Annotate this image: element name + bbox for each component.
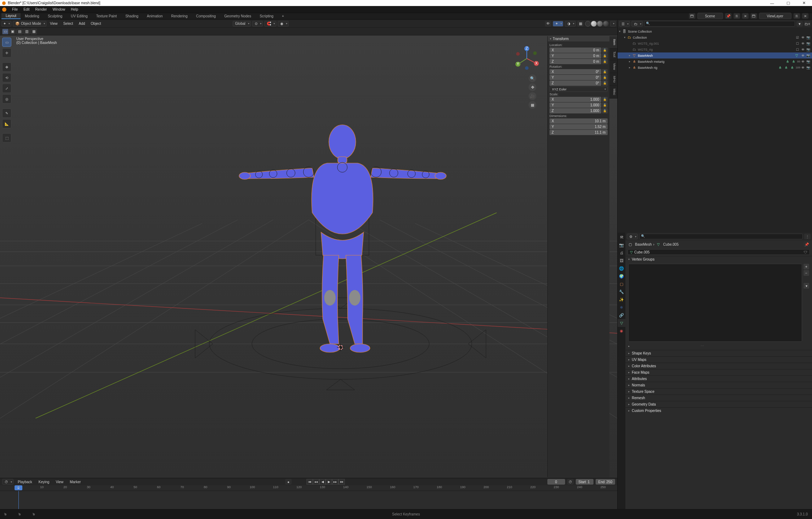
lock-icon[interactable]: 🔓	[602, 75, 608, 80]
pivot-dropdown[interactable]: ⊙	[252, 21, 263, 27]
visibility-toggle[interactable]: 👁	[800, 47, 805, 52]
outliner-new-collection-icon[interactable]: 🗀+	[804, 21, 811, 27]
viewport-axis-gizmo[interactable]: X Y Z	[514, 46, 539, 71]
collection-exclude-toggle[interactable]: ☑	[795, 35, 800, 40]
lock-icon[interactable]: 🔓	[602, 108, 608, 113]
visibility-toggle[interactable]: 👁	[800, 35, 805, 40]
scene-new-icon[interactable]: ⎘	[734, 13, 740, 19]
start-frame-field[interactable]: Start 1	[576, 479, 593, 485]
visibility-toggle[interactable]: 👁	[800, 41, 805, 46]
proportional-dropdown[interactable]: ◉	[278, 21, 289, 27]
3d-viewport[interactable]: ▭ ✛ ✥ ⟲ ⤢ ◎ ✎ 📐 ⬚ User Perspective (0) C…	[0, 35, 617, 478]
zoom-icon[interactable]: 🔍	[529, 74, 536, 82]
editor-type-dropdown[interactable]: ✦	[1, 21, 11, 27]
workspace-tab-texpaint[interactable]: Texture Paint	[92, 13, 121, 19]
vertex-group-menu-button[interactable]: ▾	[803, 283, 809, 289]
overlay-dropdown[interactable]: ◑	[565, 21, 576, 27]
collection-row[interactable]: ▾ 🗀 Collection ☑👁📷	[618, 34, 812, 40]
tree-row-metarig[interactable]: ▸ ⋔ BaseMesh metarig ⋔ ⋔ 86 👁📷	[618, 58, 812, 65]
menu-render[interactable]: Render	[32, 7, 50, 11]
gizmo-dropdown[interactable]: ✦	[553, 21, 563, 27]
visibility-toggle[interactable]: 👁	[800, 65, 805, 70]
physics-properties-tab[interactable]: ⚛	[618, 303, 625, 311]
vertex-group-expand-icon[interactable]: ▸	[628, 345, 630, 348]
autokey-toggle[interactable]: ●	[285, 479, 292, 485]
collection-exclude-toggle[interactable]: ☐	[795, 47, 800, 52]
render-toggle[interactable]: 📷	[806, 53, 811, 58]
breadcrumb-object[interactable]: BaseMesh	[635, 242, 652, 246]
rotation-mode-dropdown[interactable]: XYZ Euler	[549, 86, 608, 92]
viewlayer-delete-icon[interactable]: ✕	[802, 13, 808, 19]
visibility-toggle[interactable]: 👁	[800, 59, 805, 64]
lock-icon[interactable]: 🔓	[602, 80, 608, 86]
render-toggle[interactable]: 📷	[806, 41, 811, 46]
workspace-tab-modeling[interactable]: Modeling	[21, 13, 44, 19]
vertex-group-add-button[interactable]: +	[803, 264, 809, 269]
timeline-menu-marker[interactable]: Marker	[68, 480, 83, 484]
window-minimize-button[interactable]: —	[764, 0, 780, 6]
viewport-menu-object[interactable]: Object	[89, 22, 103, 26]
rotation-y-field[interactable]: Y0°	[549, 75, 601, 80]
render-toggle[interactable]: 📷	[806, 35, 811, 40]
workspace-tab-geonodes[interactable]: Geometry Nodes	[220, 13, 255, 19]
window-maximize-button[interactable]: ▢	[780, 0, 796, 6]
shading-solid-icon[interactable]	[591, 21, 597, 27]
particle-properties-tab[interactable]: ✨	[618, 296, 625, 303]
camera-icon[interactable]: 🎥	[529, 92, 536, 100]
snap-dropdown[interactable]: 🧲	[264, 21, 276, 27]
dimension-y-field[interactable]: Y1.52 m	[549, 124, 608, 129]
output-properties-tab[interactable]: 🖨	[618, 249, 625, 257]
viewlayer-properties-tab[interactable]: 🖼	[618, 257, 625, 264]
outliner-search-input[interactable]	[644, 21, 795, 27]
properties-options-icon[interactable]: ⋮	[804, 234, 811, 239]
next-keyframe-button[interactable]: ▸▸	[332, 479, 338, 485]
constraint-properties-tab[interactable]: 🔗	[618, 311, 625, 319]
data-name-field[interactable]: ▽ Cube.005 🛡	[628, 249, 810, 255]
window-close-button[interactable]: ✕	[796, 0, 812, 6]
rotation-z-field[interactable]: Z0°	[549, 80, 601, 86]
select-mode-invert-icon[interactable]: ▦	[31, 29, 37, 34]
section-texture-space[interactable]: Texture Space	[625, 389, 812, 395]
fake-user-icon[interactable]: 🛡	[804, 250, 807, 254]
render-toggle[interactable]: 📷	[806, 65, 811, 70]
workspace-add-button[interactable]: +	[278, 13, 288, 19]
lock-icon[interactable]: 🔓	[602, 102, 608, 108]
lock-icon[interactable]: 🔓	[602, 53, 608, 58]
menu-file[interactable]: File	[9, 7, 21, 11]
location-x-field[interactable]: X0 m	[549, 48, 601, 53]
viewport-menu-view[interactable]: View	[48, 22, 60, 26]
outliner-editor-type-dropdown[interactable]: ☰	[619, 21, 630, 27]
vertex-groups-list[interactable]	[628, 264, 802, 342]
dimension-z-field[interactable]: Z11.1 m	[549, 130, 608, 135]
play-button[interactable]: ▶	[326, 479, 332, 485]
viewport-menu-select[interactable]: Select	[61, 22, 75, 26]
world-properties-tab[interactable]: 🌍	[618, 272, 625, 280]
tool-properties-tab[interactable]: 🛠	[618, 233, 625, 241]
section-normals[interactable]: Normals	[625, 382, 812, 388]
shading-rendered-icon[interactable]	[603, 21, 609, 27]
workspace-tab-scripting[interactable]: Scripting	[255, 13, 278, 19]
properties-search-input[interactable]	[639, 234, 803, 239]
lock-icon[interactable]: 🔓	[602, 97, 608, 102]
menu-window[interactable]: Window	[50, 7, 68, 11]
scale-y-field[interactable]: Y1.000	[549, 102, 601, 108]
scene-collection-row[interactable]: ▾ 🗄 Scene Collection	[618, 28, 812, 34]
visibility-toggle[interactable]: 👁	[800, 53, 805, 58]
render-toggle[interactable]: 📷	[806, 59, 811, 64]
modifier-properties-tab[interactable]: 🔧	[618, 288, 625, 296]
play-reverse-button[interactable]: ◀	[319, 479, 326, 485]
shading-wireframe-icon[interactable]	[585, 21, 591, 27]
lock-icon[interactable]: 🔓	[602, 69, 608, 74]
workspace-tab-rendering[interactable]: Rendering	[167, 13, 192, 19]
viewlayer-field[interactable]: ViewLayer	[759, 13, 791, 19]
section-face-maps[interactable]: Face Maps	[625, 369, 812, 375]
collection-exclude-toggle[interactable]: ☐	[795, 41, 800, 46]
tab-view[interactable]: View	[609, 60, 617, 73]
viewport-menu-add[interactable]: Add	[77, 22, 87, 26]
vertex-group-remove-button[interactable]: −	[803, 270, 809, 276]
tab-tool[interactable]: Tool	[609, 49, 617, 61]
timeline-editor-type-dropdown[interactable]: ⏱	[2, 479, 13, 485]
dimension-x-field[interactable]: X10.1 m	[549, 118, 608, 124]
end-frame-field[interactable]: End 250	[596, 479, 615, 485]
lock-icon[interactable]: 🔓	[602, 59, 608, 64]
